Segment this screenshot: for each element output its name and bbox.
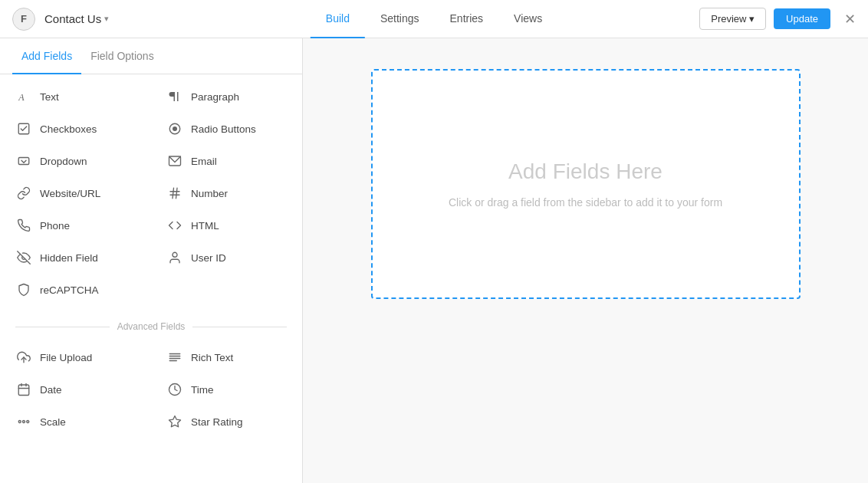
field-starrating[interactable]: Star Rating	[151, 406, 302, 438]
field-number[interactable]: Number	[151, 177, 302, 209]
title-chevron-icon: ▾	[104, 14, 109, 24]
nav-build[interactable]: Build	[311, 0, 365, 38]
radio-icon	[166, 120, 183, 137]
form-title[interactable]: Contact Us ▾	[44, 12, 109, 25]
field-richtext-label: Rich Text	[191, 352, 233, 363]
field-userid[interactable]: User ID	[151, 242, 302, 274]
drop-zone-title: Add Fields Here	[508, 159, 663, 184]
field-dropdown[interactable]: Dropdown	[0, 145, 151, 177]
main-layout: Add Fields Field Options A Text Paragrap…	[0, 38, 868, 483]
field-fileupload-label: File Upload	[40, 352, 92, 363]
svg-rect-4	[18, 158, 29, 165]
field-paragraph-label: Paragraph	[191, 91, 239, 103]
main-nav: Build Settings Entries Views	[311, 0, 557, 38]
phone-icon	[15, 217, 32, 234]
field-hidden[interactable]: Hidden Field	[0, 242, 151, 274]
shield-icon	[15, 281, 32, 298]
topbar: F Contact Us ▾ Build Settings Entries Vi…	[0, 0, 868, 38]
field-recaptcha-label: reCAPTCHA	[40, 284, 99, 296]
checkbox-icon	[15, 120, 32, 137]
text-icon: A	[15, 88, 32, 105]
tab-field-options[interactable]: Field Options	[81, 39, 163, 74]
topbar-actions: Preview ▾ Update ✕	[699, 8, 856, 30]
field-scale[interactable]: Scale	[0, 406, 151, 438]
tab-add-fields[interactable]: Add Fields	[12, 39, 81, 74]
paragraph-icon	[166, 88, 183, 105]
field-text[interactable]: A Text	[0, 80, 151, 113]
field-recaptcha[interactable]: reCAPTCHA	[0, 274, 151, 306]
field-scale-label: Scale	[40, 416, 66, 428]
field-radio-label: Radio Buttons	[191, 123, 256, 135]
field-checkboxes-label: Checkboxes	[40, 123, 97, 135]
user-icon	[166, 249, 183, 266]
svg-rect-17	[18, 385, 29, 396]
field-dropdown-label: Dropdown	[40, 156, 87, 167]
field-phone[interactable]: Phone	[0, 209, 151, 242]
field-website-label: Website/URL	[40, 188, 100, 199]
svg-point-11	[173, 252, 177, 257]
close-icon[interactable]: ✕	[844, 11, 856, 28]
svg-text:A: A	[18, 92, 25, 103]
update-button[interactable]: Update	[774, 8, 830, 29]
nav-entries[interactable]: Entries	[435, 0, 499, 38]
preview-button[interactable]: Preview ▾	[699, 8, 766, 30]
upload-icon	[15, 349, 32, 366]
field-starrating-label: Star Rating	[191, 416, 243, 428]
field-website[interactable]: Website/URL	[0, 177, 151, 209]
svg-point-24	[27, 421, 29, 423]
field-time-label: Time	[191, 384, 214, 396]
field-html-label: HTML	[191, 220, 219, 232]
sidebar-tabs: Add Fields Field Options	[0, 38, 302, 74]
svg-line-9	[176, 188, 178, 199]
svg-point-22	[18, 421, 21, 423]
email-icon	[166, 153, 183, 169]
field-phone-label: Phone	[40, 220, 70, 232]
code-icon	[166, 217, 183, 234]
sidebar: Add Fields Field Options A Text Paragrap…	[0, 38, 303, 483]
field-checkboxes[interactable]: Checkboxes	[0, 113, 151, 145]
field-hidden-label: Hidden Field	[40, 252, 98, 264]
calendar-icon	[15, 381, 32, 398]
field-text-label: Text	[40, 91, 59, 103]
advanced-fields-section: Advanced Fields	[0, 312, 302, 335]
svg-line-8	[173, 188, 174, 199]
field-email-label: Email	[191, 156, 217, 167]
field-userid-label: User ID	[191, 252, 226, 264]
star-icon	[166, 413, 183, 430]
link-icon	[15, 185, 32, 202]
field-html[interactable]: HTML	[151, 209, 302, 242]
field-email[interactable]: Email	[151, 145, 302, 177]
field-richtext[interactable]: Rich Text	[151, 341, 302, 373]
field-fileupload[interactable]: File Upload	[0, 341, 151, 373]
eye-off-icon	[15, 249, 32, 266]
field-number-label: Number	[191, 188, 228, 199]
form-canvas: Add Fields Here Click or drag a field fr…	[303, 38, 868, 483]
field-radio[interactable]: Radio Buttons	[151, 113, 302, 145]
drop-zone[interactable]: Add Fields Here Click or drag a field fr…	[371, 69, 801, 299]
field-time[interactable]: Time	[151, 373, 302, 406]
nav-views[interactable]: Views	[498, 0, 557, 38]
drop-zone-subtitle: Click or drag a field from the sidebar t…	[449, 196, 722, 209]
field-date-label: Date	[40, 384, 62, 396]
svg-point-3	[173, 127, 177, 131]
fields-grid: A Text Paragraph Checkboxes	[0, 74, 302, 312]
svg-marker-25	[169, 416, 181, 427]
svg-point-23	[23, 421, 25, 423]
nav-settings[interactable]: Settings	[365, 0, 435, 38]
advanced-fields-grid: File Upload Rich Text Date	[0, 335, 302, 444]
dropdown-icon	[15, 153, 32, 169]
clock-icon	[166, 381, 183, 398]
app-logo: F	[12, 8, 35, 31]
richtext-icon	[166, 349, 183, 366]
scale-icon	[15, 413, 32, 430]
hash-icon	[166, 185, 183, 202]
field-date[interactable]: Date	[0, 373, 151, 406]
field-paragraph[interactable]: Paragraph	[151, 80, 302, 113]
